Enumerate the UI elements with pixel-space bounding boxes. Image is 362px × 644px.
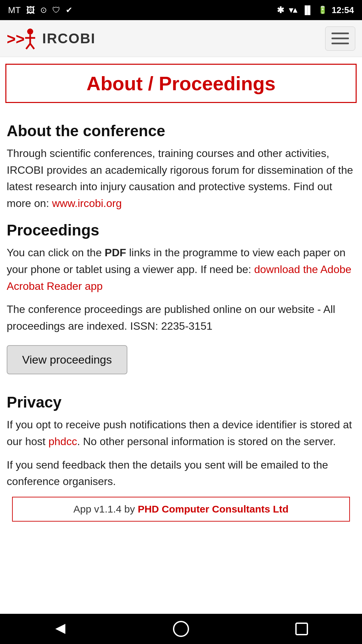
hamburger-line-1 [331, 33, 349, 34]
svg-marker-6 [55, 624, 65, 634]
page-title: About / Proceedings [86, 72, 276, 94]
svg-line-4 [26, 44, 30, 49]
svg-point-7 [174, 622, 188, 636]
view-proceedings-button[interactable]: View proceedings [7, 345, 127, 374]
android-nav-bar [0, 614, 362, 644]
proceedings-text-before: You can click on the [7, 247, 105, 259]
svg-rect-8 [296, 623, 307, 635]
navbar-brand: >> IRCOBI [7, 27, 96, 50]
wifi-icon: ▾▴ [289, 5, 297, 15]
about-heading: About the conference [7, 122, 355, 140]
navbar: >> IRCOBI [0, 20, 362, 57]
svg-point-1 [27, 29, 33, 35]
privacy-text-after: . No other personal information is store… [77, 435, 336, 447]
hamburger-line-3 [331, 43, 349, 44]
status-bar-right: ✱ ▾▴ ▐▌ 🔋 12:54 [277, 5, 354, 15]
hamburger-button[interactable] [325, 26, 355, 51]
proceedings-paragraph-1: You can click on the PDF links in the pr… [7, 245, 355, 294]
pdf-bold: PDF [105, 247, 126, 259]
footer-banner: App v1.1.4 by PHD Computer Consultants L… [12, 497, 350, 522]
svg-line-5 [30, 44, 34, 49]
proceedings-paragraph-2: The conference proceedings are published… [7, 301, 355, 334]
footer-text: App v1.1.4 by PHD Computer Consultants L… [18, 503, 344, 515]
check-icon: ✔ [66, 5, 72, 15]
ircobi-website-link[interactable]: www.ircobi.org [52, 197, 122, 209]
proceedings-heading: Proceedings [7, 221, 355, 239]
phd-computer-link[interactable]: PHD Computer Consultants Ltd [138, 503, 289, 515]
privacy-heading: Privacy [7, 393, 355, 411]
brand-name: IRCOBI [42, 31, 96, 47]
hamburger-line-2 [331, 38, 349, 39]
clock: 12:54 [332, 5, 354, 15]
footer-text-before: App v1.1.4 by [73, 503, 138, 515]
signal-icon: ▐▌ [302, 5, 313, 15]
svg-text:>>: >> [7, 30, 25, 48]
shield-icon: 🛡 [52, 5, 60, 15]
about-paragraph: Through scientific conferences, training… [7, 145, 355, 212]
page-title-banner: About / Proceedings [5, 64, 357, 103]
gallery-icon: 🖼 [26, 5, 35, 15]
sync-icon: ⊙ [40, 5, 47, 15]
phdcc-link[interactable]: phdcc [49, 435, 77, 447]
status-bar-left: MT 🖼 ⊙ 🛡 ✔ [8, 5, 72, 15]
bluetooth-icon: ✱ [277, 5, 284, 15]
carrier-label: MT [8, 5, 21, 15]
privacy-paragraph-1: If you opt to receive push notifications… [7, 417, 355, 450]
main-content: About the conference Through scientific … [0, 110, 362, 614]
privacy-paragraph-2: If you send feedback then the details yo… [7, 457, 355, 490]
home-button[interactable] [169, 617, 193, 641]
recent-apps-button[interactable] [290, 617, 313, 641]
status-bar: MT 🖼 ⊙ 🛡 ✔ ✱ ▾▴ ▐▌ 🔋 12:54 [0, 0, 362, 20]
battery-icon: 🔋 [318, 6, 327, 14]
ircobi-logo: >> [7, 27, 37, 50]
back-button[interactable] [49, 617, 72, 641]
